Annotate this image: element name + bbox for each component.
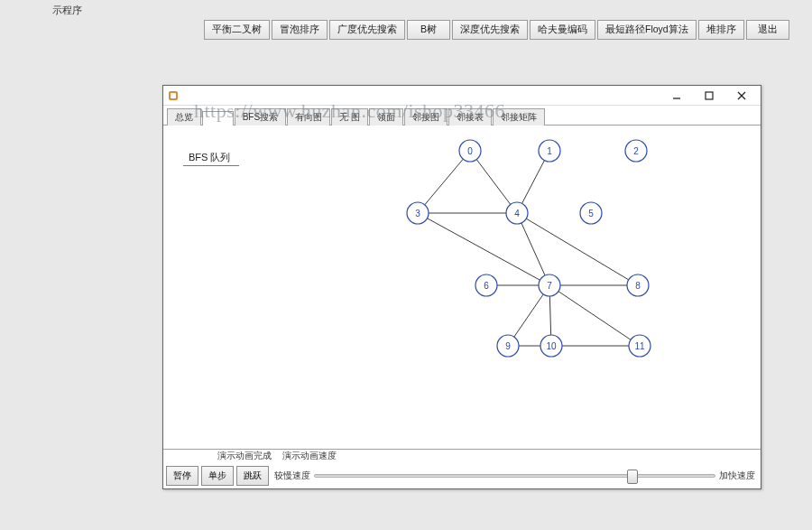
graph-edge xyxy=(521,223,545,275)
slow-label: 较慢速度 xyxy=(274,470,310,482)
graph-edge xyxy=(476,160,511,205)
svg-rect-3 xyxy=(706,92,713,99)
graph-node-label: 9 xyxy=(505,341,511,351)
btn-heapsort[interactable]: 堆排序 xyxy=(698,20,744,40)
speed-slider-wrap: 较慢速度 加快速度 xyxy=(269,470,761,482)
skip-button[interactable]: 跳跃 xyxy=(236,466,269,486)
graph-edge xyxy=(514,294,543,337)
fast-label: 加快速度 xyxy=(719,470,755,482)
graph-node-label: 0 xyxy=(467,146,473,156)
inner-window: 总览 BFS搜索 有向图 无 图 领面 邻接图 邻接表 邻接矩阵 BFS 队列 … xyxy=(162,85,761,489)
graph-canvas: BFS 队列 01234567891011 xyxy=(163,126,761,449)
window-controls xyxy=(661,88,757,104)
speed-title: 演示动画速度 xyxy=(282,450,337,462)
graph-node-label: 6 xyxy=(484,281,489,291)
step-button[interactable]: 单步 xyxy=(201,466,234,486)
btn-btree[interactable]: B树 xyxy=(407,20,450,40)
tab-directed[interactable]: 有向图 xyxy=(287,108,330,126)
graph-edge xyxy=(425,159,464,205)
tab-adjlist[interactable]: 邻接表 xyxy=(448,108,492,126)
tab-adjmatrix[interactable]: 邻接矩阵 xyxy=(493,108,545,126)
pause-button[interactable]: 暂停 xyxy=(166,466,198,486)
graph-node-label: 10 xyxy=(546,341,557,351)
graph-node-label: 7 xyxy=(547,281,552,291)
tab-active-blank[interactable] xyxy=(202,111,234,126)
tab-face[interactable]: 领面 xyxy=(369,108,403,126)
graph-node-label: 2 xyxy=(633,146,639,156)
speed-slider-thumb[interactable] xyxy=(627,470,638,484)
graph-edge xyxy=(558,292,631,340)
graph-svg: 01234567891011 xyxy=(163,126,761,449)
btn-floyd[interactable]: 最短路径Floyd算法 xyxy=(597,20,697,40)
graph-edge xyxy=(549,296,550,335)
titlebar xyxy=(163,86,761,106)
graph-node-label: 3 xyxy=(415,209,420,219)
graph-node-label: 1 xyxy=(547,146,552,156)
svg-rect-1 xyxy=(171,93,176,98)
top-toolbar: 平衡二叉树 冒泡排序 广度优先搜索 B树 深度优先搜索 哈夫曼编码 最短路径Fl… xyxy=(204,20,789,40)
close-button[interactable] xyxy=(726,88,757,104)
java-app-icon xyxy=(167,89,180,102)
bottom-strip: 演示动画完成 演示动画速度 暂停 单步 跳跃 较慢速度 加快速度 xyxy=(163,449,761,488)
graph-node-label: 4 xyxy=(514,209,520,219)
tab-strip: 总览 BFS搜索 有向图 无 图 领面 邻接图 邻接表 邻接矩阵 xyxy=(163,106,761,126)
btn-huffman[interactable]: 哈夫曼编码 xyxy=(530,20,595,40)
btn-exit[interactable]: 退出 xyxy=(746,20,789,40)
speed-slider[interactable] xyxy=(314,474,715,478)
graph-node-label: 11 xyxy=(634,341,645,351)
graph-node-label: 5 xyxy=(588,209,594,219)
tab-overview[interactable]: 总览 xyxy=(167,108,201,126)
graph-edge xyxy=(522,161,545,204)
btn-dfs[interactable]: 深度优先搜索 xyxy=(452,20,528,40)
btn-bfs[interactable]: 广度优先搜索 xyxy=(329,20,405,40)
tab-undirected[interactable]: 无 图 xyxy=(331,108,368,126)
anim-status: 演示动画完成 xyxy=(217,450,272,462)
app-title: 示程序 xyxy=(52,4,82,17)
btn-balanced-tree[interactable]: 平衡二叉树 xyxy=(204,20,270,40)
maximize-button[interactable] xyxy=(694,88,724,104)
tab-adjgraph[interactable]: 邻接图 xyxy=(404,108,448,126)
graph-edge xyxy=(526,219,628,280)
minimize-button[interactable] xyxy=(661,88,692,104)
graph-node-label: 8 xyxy=(635,281,641,291)
tab-bfs-search[interactable]: BFS搜索 xyxy=(235,108,286,126)
btn-bubble-sort[interactable]: 冒泡排序 xyxy=(272,20,328,40)
